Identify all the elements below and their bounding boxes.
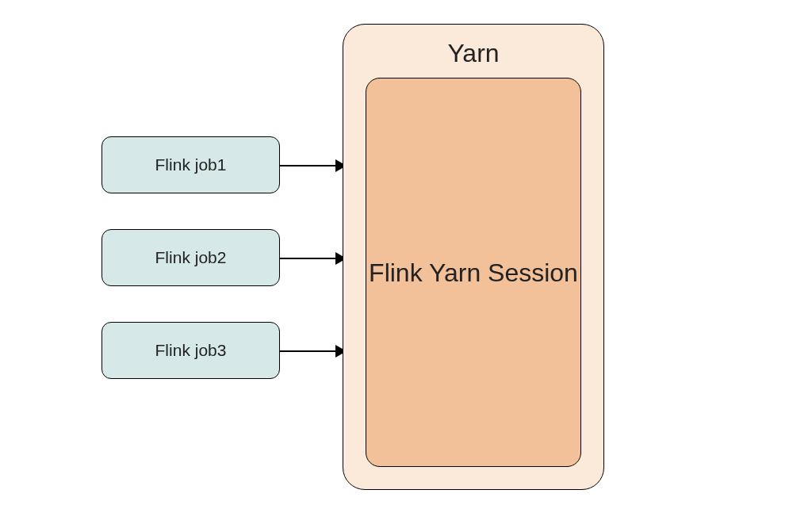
yarn-container: Yarn Flink Yarn Session — [343, 24, 604, 490]
arrow-job1-to-session — [280, 165, 340, 166]
flink-job-1-label: Flink job1 — [155, 155, 227, 174]
flink-job-2-label: Flink job2 — [155, 248, 227, 267]
flink-yarn-session-box: Flink Yarn Session — [366, 78, 581, 467]
arrow-job3-to-session — [280, 350, 340, 352]
flink-job-1-box: Flink job1 — [102, 136, 280, 193]
arrow-job2-to-session — [280, 258, 340, 259]
flink-job-2-box: Flink job2 — [102, 229, 280, 286]
yarn-title: Yarn — [447, 39, 499, 68]
flink-job-3-label: Flink job3 — [155, 341, 227, 360]
flink-yarn-session-label: Flink Yarn Session — [369, 257, 578, 289]
flink-job-3-box: Flink job3 — [102, 322, 280, 379]
